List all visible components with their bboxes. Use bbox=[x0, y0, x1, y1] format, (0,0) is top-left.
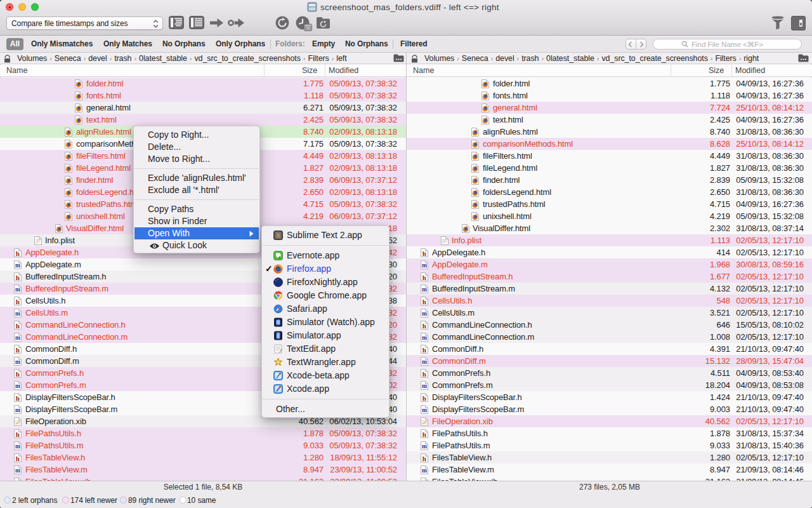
svg-text:31: 31 bbox=[306, 26, 310, 30]
svg-text:S: S bbox=[276, 232, 280, 239]
